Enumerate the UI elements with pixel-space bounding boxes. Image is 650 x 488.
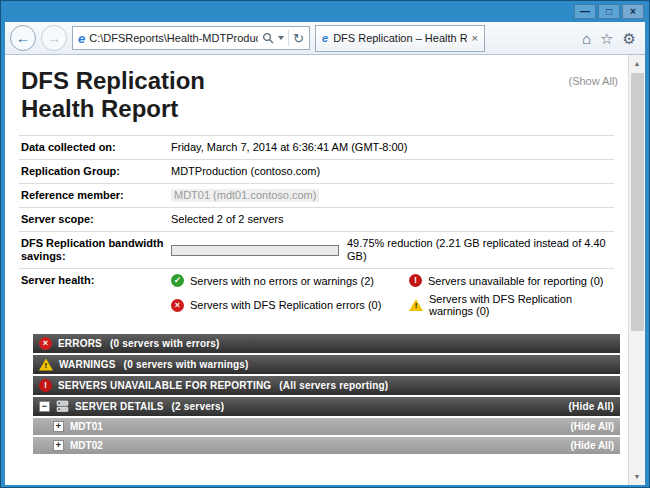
health-item: × Servers with DFS Replication errors (0… [171,293,409,317]
row-value: MDTProduction (contoso.com) [171,165,614,178]
unavailable-icon: ! [39,379,52,392]
row-value: Selected 2 of 2 servers [171,213,614,226]
row-label: Reference member: [21,189,171,202]
section-title: SERVERS UNAVAILABLE FOR REPORTING [58,380,271,391]
forward-arrow-icon: → [47,30,61,46]
section-detail: (0 servers with errors) [110,338,220,349]
section-detail: (All servers reporting) [279,380,388,391]
health-label: Servers with no errors or warnings (2) [190,275,374,287]
window-titlebar: — □ × [1,1,649,22]
browser-tab[interactable]: e DFS Replication – Health Re... × [315,25,485,52]
show-all-link[interactable]: (Show All) [568,67,618,87]
browser-window: — □ × ← → e C:\DFSReports\Health-MDTProd… [0,0,650,488]
bandwidth-progress-bar [171,245,339,256]
section-title: ERRORS [58,338,102,349]
refresh-icon[interactable]: ↻ [293,31,304,46]
expand-icon[interactable]: + [53,421,64,432]
health-item: ! Servers with DFS Replication warnings … [409,293,614,317]
address-input[interactable]: C:\DFSReports\Health-MDTProduction-07M [89,32,258,44]
row-value: Friday, March 7, 2014 at 6:36:41 AM (GMT… [171,141,614,154]
table-row: Server scope: Selected 2 of 2 servers [19,207,614,231]
warning-icon: ! [39,359,53,371]
hide-all-link[interactable]: (Hide All) [570,440,614,451]
unavailable-section-bar[interactable]: ! SERVERS UNAVAILABLE FOR REPORTING (All… [33,376,620,395]
tab-close-icon[interactable]: × [472,32,478,44]
page-title-line2: Health Report [21,95,205,123]
address-bar[interactable]: e C:\DFSReports\Health-MDTProduction-07M… [72,26,310,50]
health-item: ✓ Servers with no errors or warnings (2) [171,274,409,287]
scroll-down-icon[interactable]: ▼ [629,468,646,485]
tab-favicon: e [322,32,328,44]
server-health-row: Server health: ✓ Servers with no errors … [19,268,614,322]
favorites-star-icon[interactable]: ☆ [600,31,613,46]
minimize-icon: — [580,6,590,17]
errors-section-bar[interactable]: × ERRORS (0 servers with errors) [33,334,620,353]
health-label: Servers unavailable for reporting (0) [428,275,603,287]
ok-icon: ✓ [171,274,184,287]
row-label: Replication Group: [21,165,171,178]
scroll-up-icon[interactable]: ▲ [629,55,646,72]
bandwidth-value: 49.75% reduction (2.21 GB replicated ins… [171,237,614,263]
row-value: MDT01 (mdt01.contoso.com) [171,189,614,202]
forward-button[interactable]: → [41,25,67,51]
table-row: Replication Group: MDTProduction (contos… [19,159,614,183]
address-divider [288,30,289,46]
server-health-grid: ✓ Servers with no errors or warnings (2)… [171,274,614,317]
report-header: DFS Replication Health Report (Show All) [21,67,618,123]
health-label: Servers with DFS Replication warnings (0… [429,293,614,317]
page-title: DFS Replication Health Report [21,67,205,123]
close-button[interactable]: × [622,4,644,19]
collapse-icon[interactable]: − [39,401,50,412]
server-row-mdt01[interactable]: + MDT01 (Hide All) [33,418,620,435]
report-sections: × ERRORS (0 servers with errors) ! WARNI… [33,334,620,454]
server-details-section-bar[interactable]: − SERVER DETAILS (2 servers) (Hide All) [33,397,620,416]
error-icon: × [39,337,52,350]
health-item: ! Servers unavailable for reporting (0) [409,274,614,287]
navigation-bar: ← → e C:\DFSReports\Health-MDTProduction… [5,22,645,55]
content-area: DFS Replication Health Report (Show All)… [5,55,645,485]
server-name: MDT01 [70,421,103,432]
page-title-line1: DFS Replication [21,67,205,95]
section-title: WARNINGS [59,359,116,370]
row-label: Data collected on: [21,141,171,154]
home-icon[interactable]: ⌂ [582,31,591,46]
report-page: DFS Replication Health Report (Show All)… [5,55,628,485]
search-icon[interactable] [262,32,274,44]
maximize-icon: □ [606,6,612,17]
table-row: Reference member: MDT01 (mdt01.contoso.c… [19,183,614,207]
section-title: SERVER DETAILS [75,401,164,412]
hide-all-link[interactable]: (Hide All) [570,421,614,432]
back-arrow-icon: ← [16,30,30,46]
report-summary-table: Data collected on: Friday, March 7, 2014… [19,135,614,322]
section-detail: (0 servers with warnings) [124,359,249,370]
unavailable-icon: ! [409,274,422,287]
bandwidth-row: DFS Replication bandwidth savings: 49.75… [19,231,614,268]
warning-icon: ! [409,299,423,311]
minimize-button[interactable]: — [574,4,596,19]
vertical-scrollbar[interactable]: ▲ ▼ [628,55,645,485]
bandwidth-text: 49.75% reduction (2.21 GB replicated ins… [347,237,614,263]
scrollbar-thumb[interactable] [631,73,644,331]
row-label: Server scope: [21,213,171,226]
gear-icon[interactable]: ⚙ [623,31,636,46]
expand-icon[interactable]: + [53,440,64,451]
health-label: Servers with DFS Replication errors (0) [190,299,381,311]
ie-page-icon: e [78,31,85,46]
server-icon [56,400,69,413]
row-label: Server health: [21,274,171,287]
toolbar-icons: ⌂ ☆ ⚙ [582,31,640,46]
address-dropdown-icon[interactable] [278,36,284,40]
maximize-button[interactable]: □ [598,4,620,19]
error-icon: × [171,299,184,312]
row-label: DFS Replication bandwidth savings: [21,237,171,263]
hide-all-link[interactable]: (Hide All) [568,401,614,412]
close-icon: × [630,6,636,17]
section-detail: (2 servers) [172,401,225,412]
tab-title: DFS Replication – Health Re... [333,32,466,44]
back-button[interactable]: ← [10,25,36,51]
reference-member-value: MDT01 (mdt01.contoso.com) [171,189,319,202]
server-row-mdt02[interactable]: + MDT02 (Hide All) [33,437,620,454]
table-row: Data collected on: Friday, March 7, 2014… [19,135,614,159]
warnings-section-bar[interactable]: ! WARNINGS (0 servers with warnings) [33,355,620,374]
server-name: MDT02 [70,440,103,451]
